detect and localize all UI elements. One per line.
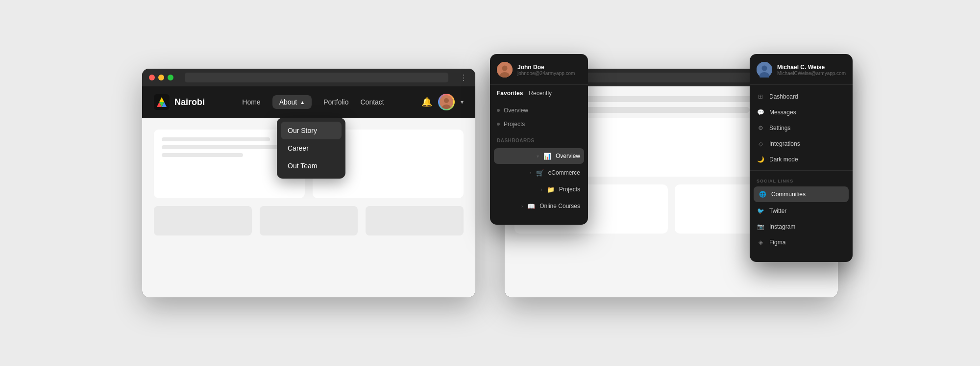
favorites-items: Overview Projects xyxy=(490,102,588,133)
profile-user-name: Michael C. Weise xyxy=(777,64,846,71)
profile-dashboard[interactable]: ⊞ Dashboard xyxy=(750,89,853,105)
user-avatar xyxy=(440,95,453,109)
user-details: John Doe johndoe@24armyapp.com xyxy=(517,64,581,76)
chevron-icon: › xyxy=(540,187,542,192)
left-browser-window: ⋮ Nairobi xyxy=(142,69,475,297)
nav-contact[interactable]: Contact xyxy=(360,98,384,106)
close-dot[interactable] xyxy=(149,75,155,80)
placeholder-bar-1 xyxy=(154,206,252,235)
notification-bell-icon[interactable]: 🔔 xyxy=(421,97,432,107)
logo-area[interactable]: Nairobi xyxy=(154,94,205,110)
browser-menu-icon[interactable]: ⋮ xyxy=(460,73,468,82)
profile-user-section: Michael C. Weise MichaelCWeise@armyapp.c… xyxy=(750,62,853,85)
dropdown-out-team[interactable]: Out Team xyxy=(281,157,342,175)
dashboard-online-courses[interactable]: › 📖 Online Courses xyxy=(494,198,584,214)
divider xyxy=(750,170,853,171)
moon-icon: 🌙 xyxy=(757,156,764,163)
maximize-dot[interactable] xyxy=(168,75,173,80)
diamond-icon: ◇ xyxy=(757,140,764,148)
nav-portfolio[interactable]: Portfolio xyxy=(323,98,348,106)
nav-home[interactable]: Home xyxy=(242,98,260,106)
chart-icon: 📊 xyxy=(543,152,552,160)
user-info: John Doe johndoe@24armyapp.com xyxy=(497,62,581,78)
sidebar-user-avatar xyxy=(497,62,513,78)
profile-settings[interactable]: ⚙ Settings xyxy=(750,120,853,136)
sidebar-panel: John Doe johndoe@24armyapp.com Favorites… xyxy=(490,54,588,225)
about-dropdown-menu: Our Story Career Out Team xyxy=(277,118,345,179)
left-titlebar: ⋮ xyxy=(142,69,475,86)
cart-icon: 🛒 xyxy=(536,168,544,177)
minimize-dot[interactable] xyxy=(158,75,164,80)
about-chevron-icon: ▲ xyxy=(300,100,305,105)
book-icon: 📖 xyxy=(527,202,536,210)
nav-about[interactable]: About ▲ xyxy=(272,95,312,109)
profile-integrations[interactable]: ◇ Integrations xyxy=(750,136,853,152)
tab-recently[interactable]: Recently xyxy=(529,90,552,97)
dashboards-section-label: Dashboards xyxy=(490,133,588,145)
placeholder-line xyxy=(162,153,243,157)
profile-menu-items: ⊞ Dashboard 💬 Messages ⚙ Settings ◇ Inte… xyxy=(750,85,853,254)
social-twitter[interactable]: 🐦 Twitter xyxy=(750,203,853,219)
right-section: ⋮ xyxy=(505,69,838,297)
profile-user-email: MichaelCWeise@armyapp.com xyxy=(777,71,846,76)
profile-dark-mode[interactable]: 🌙 Dark mode xyxy=(750,152,853,167)
navbar: Nairobi Home About ▲ Portfolio Contact 🔔 xyxy=(142,86,475,118)
dashboard-projects[interactable]: › 📁 Projects xyxy=(494,182,584,197)
folder-icon: 📁 xyxy=(546,185,555,194)
page-wrapper: ⋮ Nairobi xyxy=(0,0,980,366)
dropdown-our-story[interactable]: Our Story xyxy=(281,122,342,139)
favorite-overview[interactable]: Overview xyxy=(490,104,588,117)
social-figma[interactable]: ◈ Figma xyxy=(750,235,853,250)
user-chevron-down-icon[interactable]: ▾ xyxy=(461,99,464,105)
profile-user-details: Michael C. Weise MichaelCWeise@armyapp.c… xyxy=(777,64,846,76)
svg-point-7 xyxy=(444,98,449,103)
placeholder-bar-2 xyxy=(260,206,358,235)
social-links-label: SOCIAL LINKS xyxy=(750,174,853,185)
left-browser-content: Nairobi Home About ▲ Portfolio Contact 🔔 xyxy=(142,86,475,297)
user-avatar-ring[interactable] xyxy=(438,94,455,110)
sidebar-tabs: Favorites Recently xyxy=(490,85,588,102)
dot-icon xyxy=(497,123,500,126)
dashboard-ecommerce[interactable]: › 🛒 eCommerce xyxy=(494,165,584,181)
dashboard-overview[interactable]: ▾ 📊 Overview xyxy=(494,148,584,164)
nav-links: Home About ▲ Portfolio Contact xyxy=(224,95,402,109)
favorite-projects[interactable]: Projects xyxy=(490,117,588,131)
svg-point-10 xyxy=(502,66,508,71)
dashboard-items: ▾ 📊 Overview › 🛒 eCommerce › 📁 Projects … xyxy=(490,145,588,217)
social-instagram[interactable]: 📷 Instagram xyxy=(750,219,853,235)
chat-icon: 💬 xyxy=(757,108,764,116)
profile-avatar xyxy=(757,62,772,78)
svg-point-13 xyxy=(762,66,767,71)
chevron-icon: › xyxy=(530,170,531,176)
placeholder-bar-3 xyxy=(366,206,464,235)
tab-favorites[interactable]: Favorites xyxy=(497,90,523,97)
logo-text: Nairobi xyxy=(174,97,205,107)
sidebar-user-email: johndoe@24armyapp.com xyxy=(517,71,581,76)
profile-panel: Michael C. Weise MichaelCWeise@armyapp.c… xyxy=(750,54,853,262)
user-section: John Doe johndoe@24armyapp.com xyxy=(490,62,588,85)
dot-icon xyxy=(497,109,500,112)
social-communities[interactable]: 🌐 Communities xyxy=(754,186,849,202)
grid-icon: ⊞ xyxy=(757,93,764,101)
chevron-icon: ▾ xyxy=(537,154,539,159)
address-bar[interactable] xyxy=(185,73,448,82)
twitter-icon: 🐦 xyxy=(757,207,764,215)
figma-icon: ◈ xyxy=(757,238,764,246)
dropdown-career[interactable]: Career xyxy=(281,139,342,157)
nairobi-logo-icon xyxy=(154,94,170,110)
profile-messages[interactable]: 💬 Messages xyxy=(750,105,853,120)
globe-icon: 🌐 xyxy=(759,190,766,198)
chevron-icon: › xyxy=(521,204,523,209)
placeholder-line xyxy=(162,137,270,141)
nav-right: 🔔 ▾ xyxy=(421,94,464,110)
sidebar-user-name: John Doe xyxy=(517,64,581,71)
instagram-icon: 📷 xyxy=(757,223,764,231)
gear-icon: ⚙ xyxy=(757,124,764,132)
